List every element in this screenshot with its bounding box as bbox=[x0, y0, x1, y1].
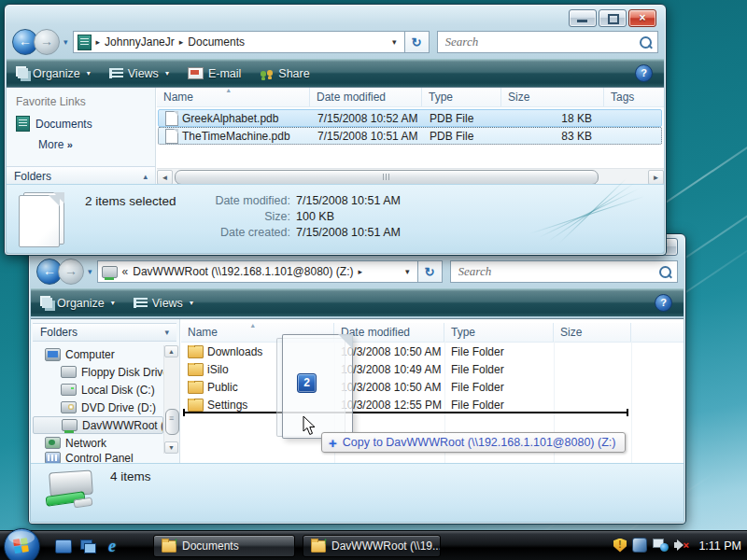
navigation-pane: Folders ▾ Computer Floppy Disk Drive ( L… bbox=[31, 319, 180, 464]
show-desktop-icon bbox=[55, 539, 72, 553]
search-input[interactable] bbox=[457, 263, 659, 280]
column-date-modified[interactable]: Date modified bbox=[310, 88, 422, 106]
folders-label: Folders bbox=[40, 326, 78, 339]
search-box[interactable] bbox=[437, 31, 658, 53]
tree-item-computer[interactable]: Computer bbox=[33, 345, 163, 363]
tree-item-davwwwroot[interactable]: DavWWWRoot (\\ bbox=[33, 416, 163, 434]
file-row-isilo[interactable]: iSilo 10/3/2008 10:49 AM File Folder bbox=[181, 360, 684, 378]
taskbar-clock[interactable]: 1:11 PM bbox=[698, 531, 741, 560]
help-button[interactable]: ? bbox=[635, 64, 653, 82]
address-dropdown-icon[interactable]: ▾ bbox=[402, 267, 414, 276]
file-row-greekalphabet[interactable]: GreekAlphabet.pdb 7/15/2008 10:52 AM PDB… bbox=[158, 109, 662, 127]
breadcrumb[interactable]: « DavWWWRoot (\\192.168.1.101@8080) (Z:)… bbox=[97, 260, 418, 283]
scrollbar-thumb[interactable] bbox=[175, 170, 599, 185]
minimize-button[interactable] bbox=[569, 9, 597, 27]
folders-band[interactable]: Folders ▴ bbox=[7, 166, 155, 185]
recent-pages-dropdown[interactable]: ▾ bbox=[63, 37, 68, 47]
folder-icon bbox=[188, 381, 204, 394]
documents-icon bbox=[16, 116, 30, 132]
search-box[interactable] bbox=[450, 260, 678, 283]
maximize-button[interactable] bbox=[599, 9, 627, 27]
breadcrumb-user[interactable]: JohnnyJaneJr bbox=[105, 35, 175, 49]
folders-label: Folders bbox=[14, 170, 51, 183]
detail-label: Date modified: bbox=[184, 194, 290, 207]
breadcrumb-arrow[interactable]: ▸ bbox=[96, 37, 101, 47]
tree-scrollbar[interactable]: ▲ ▼ bbox=[163, 345, 179, 454]
sidebar-item-documents[interactable]: Documents bbox=[16, 116, 92, 132]
taskbar-button-davwwwroot[interactable]: DavWWWRoot (\\19... bbox=[303, 535, 441, 557]
scroll-up-button[interactable]: ▲ bbox=[164, 345, 178, 357]
file-row-settings[interactable]: Settings 10/3/2008 12:55 PM File Folder bbox=[181, 396, 684, 413]
tree-item-local-disk[interactable]: Local Disk (C:) bbox=[33, 381, 163, 399]
sidebar-more-link[interactable]: More » bbox=[38, 138, 73, 151]
network-status-icon[interactable] bbox=[653, 539, 669, 552]
close-button[interactable]: × bbox=[628, 9, 656, 27]
search-icon[interactable] bbox=[659, 266, 671, 278]
column-name[interactable]: ▲Name bbox=[181, 323, 334, 342]
tree-item-network[interactable]: Network bbox=[33, 434, 163, 452]
refresh-button[interactable]: ↻ bbox=[405, 31, 430, 53]
taskbar-button-documents[interactable]: Documents bbox=[153, 535, 295, 557]
system-tray: ! × bbox=[613, 538, 689, 553]
scroll-right-button[interactable]: ► bbox=[648, 170, 664, 185]
help-button[interactable]: ? bbox=[655, 294, 672, 312]
search-input[interactable] bbox=[444, 34, 640, 50]
organize-icon bbox=[42, 298, 52, 308]
tree-item-floppy[interactable]: Floppy Disk Drive ( bbox=[33, 363, 163, 381]
views-button[interactable]: Views ▾ bbox=[109, 67, 169, 80]
share-button[interactable]: Share bbox=[260, 67, 309, 80]
breadcrumb-expand-arrow[interactable]: ▸ bbox=[359, 267, 363, 276]
views-button[interactable]: Views ▾ bbox=[134, 297, 193, 310]
quicklaunch-show-desktop[interactable] bbox=[54, 537, 73, 555]
scrollbar-thumb[interactable] bbox=[165, 409, 179, 435]
chevron-up-icon[interactable]: ▴ bbox=[143, 172, 148, 181]
explorer-window-documents: × ← → ▾ ▸ JohnnyJaneJr ▸ Documents ▾ ↻ bbox=[4, 4, 667, 256]
quicklaunch-internet-explorer[interactable]: e bbox=[103, 537, 121, 555]
scroll-left-button[interactable]: ◄ bbox=[157, 170, 173, 185]
organize-button[interactable]: Organize ▾ bbox=[42, 297, 115, 310]
file-list: ▲Name Date modified Type Size Downloads … bbox=[181, 319, 684, 464]
column-tags[interactable]: Tags bbox=[604, 88, 662, 106]
recent-pages-dropdown[interactable]: ▾ bbox=[88, 267, 92, 276]
breadcrumb-path[interactable]: DavWWWRoot (\\192.168.1.101@8080) (Z:) bbox=[133, 265, 353, 278]
file-row-public[interactable]: Public 10/3/2008 10:50 AM File Folder bbox=[181, 378, 684, 396]
sort-ascending-icon: ▲ bbox=[225, 87, 232, 93]
file-row-thetimemachine[interactable]: TheTimeMachine.pdb 7/15/2008 10:51 AM PD… bbox=[158, 127, 662, 145]
volume-muted-icon[interactable]: × bbox=[674, 539, 689, 552]
forward-button[interactable]: → bbox=[34, 29, 60, 55]
address-bar: ← → ▾ « DavWWWRoot (\\192.168.1.101@8080… bbox=[36, 257, 678, 287]
selection-summary: 2 items selected bbox=[85, 194, 176, 208]
organize-button[interactable]: Organize ▾ bbox=[18, 67, 91, 80]
internet-explorer-icon: e bbox=[108, 537, 116, 556]
taskbar: e Documents DavWWWRoot (\\19... ! × 1:11… bbox=[0, 530, 747, 560]
file-row-downloads[interactable]: Downloads 10/3/2008 10:50 AM File Folder bbox=[181, 343, 684, 360]
breadcrumb-arrow[interactable]: ▸ bbox=[179, 37, 184, 47]
folder-tree: Computer Floppy Disk Drive ( Local Disk … bbox=[33, 345, 163, 464]
security-shield-icon[interactable]: ! bbox=[613, 539, 627, 553]
column-size[interactable]: Size bbox=[501, 88, 604, 106]
window-controls: × bbox=[569, 9, 656, 27]
aurora-decoration bbox=[559, 178, 627, 244]
breadcrumb-collapse[interactable]: « bbox=[122, 265, 129, 278]
scroll-down-button[interactable]: ▼ bbox=[164, 441, 178, 454]
quicklaunch-switch-windows[interactable] bbox=[78, 537, 97, 555]
search-icon[interactable] bbox=[640, 36, 652, 49]
forward-button[interactable]: → bbox=[58, 259, 84, 285]
folders-band[interactable]: Folders ▾ bbox=[33, 323, 176, 342]
start-button[interactable] bbox=[4, 528, 40, 560]
column-size[interactable]: Size bbox=[554, 323, 631, 342]
breadcrumb[interactable]: ▸ JohnnyJaneJr ▸ Documents ▾ bbox=[73, 31, 405, 53]
tray-app-icon[interactable] bbox=[632, 538, 647, 553]
column-type[interactable]: Type bbox=[422, 88, 501, 106]
column-type[interactable]: Type bbox=[444, 323, 554, 342]
column-name[interactable]: ▲Name bbox=[157, 88, 310, 106]
refresh-button[interactable]: ↻ bbox=[418, 260, 443, 283]
email-button[interactable]: E-mail bbox=[188, 67, 241, 80]
column-date-modified[interactable]: Date modified bbox=[334, 323, 444, 342]
address-dropdown-icon[interactable]: ▾ bbox=[388, 37, 401, 47]
tree-item-dvd[interactable]: DVD Drive (D:) bbox=[33, 399, 163, 416]
horizontal-scrollbar[interactable]: ◄ ► bbox=[157, 168, 664, 185]
breadcrumb-folder[interactable]: Documents bbox=[188, 35, 245, 49]
chevron-down-icon[interactable]: ▾ bbox=[164, 328, 169, 337]
network-icon bbox=[45, 437, 61, 449]
